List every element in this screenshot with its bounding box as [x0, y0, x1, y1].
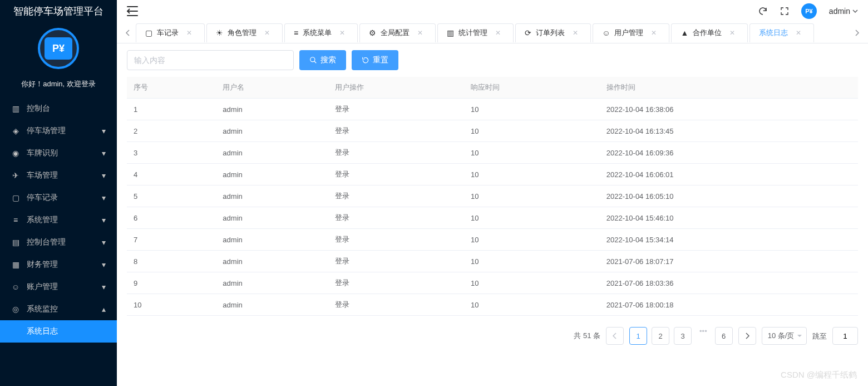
table-cell: admin [216, 142, 328, 164]
close-icon[interactable]: ✕ [417, 29, 423, 37]
sidebar-item-6[interactable]: ▤控制台管理▾ [0, 231, 117, 253]
close-icon[interactable]: ✕ [573, 29, 578, 37]
table-cell: 10 [464, 120, 600, 142]
reset-button[interactable]: 重置 [352, 50, 398, 70]
sidebar-item-8[interactable]: ☺账户管理▾ [0, 276, 117, 298]
tab-icon: ⚙ [369, 28, 376, 37]
tab-label: 全局配置 [381, 28, 410, 38]
pagination-ellipsis[interactable]: ••• [696, 327, 711, 345]
tab-label: 合作单位 [693, 28, 722, 38]
chevron-down-icon: ▾ [102, 216, 106, 224]
menu-item-label: 停车记录 [27, 193, 58, 203]
table-cell: admin [216, 99, 328, 120]
table-cell: admin [216, 120, 328, 142]
table-row[interactable]: 3admin登录102022-10-04 16:09:36 [127, 142, 858, 164]
table-cell: 3 [127, 142, 216, 164]
table-cell: 2021-07-06 18:03:36 [600, 272, 858, 294]
search-input[interactable] [127, 50, 294, 70]
sidebar-item-7[interactable]: ▦财务管理▾ [0, 253, 117, 276]
menu-icon: ◎ [11, 305, 20, 314]
table-cell: 2022-10-04 16:38:06 [600, 99, 858, 120]
fullscreen-icon[interactable] [780, 7, 789, 16]
pagination-jump-input[interactable] [832, 327, 858, 345]
table-row[interactable]: 2admin登录102022-10-04 16:13:45 [127, 120, 858, 142]
tab-6[interactable]: ☺用户管理✕ [593, 23, 669, 42]
pagination-size-select[interactable]: 10 条/页 [762, 327, 807, 345]
sidebar-item-2[interactable]: ◉车牌识别▾ [0, 142, 117, 164]
tab-2[interactable]: ≡系统菜单✕ [284, 23, 358, 42]
tab-7[interactable]: ▲合作单位✕ [671, 23, 748, 42]
tab-1[interactable]: ☀角色管理✕ [206, 23, 283, 42]
pagination-page-2[interactable]: 2 [652, 327, 669, 345]
sidebar-item-3[interactable]: ✈车场管理▾ [0, 164, 117, 187]
reset-button-label: 重置 [373, 55, 388, 65]
chevron-down-icon: ▾ [102, 282, 106, 291]
close-icon[interactable]: ✕ [339, 29, 345, 37]
tabs-scroll-right[interactable] [851, 23, 862, 42]
sidebar-item-9[interactable]: ◎系统监控▴ [0, 298, 117, 320]
table-header-cell: 用户名 [216, 77, 328, 99]
tab-label: 统计管理 [458, 28, 487, 38]
menu-icon: ✈ [11, 171, 20, 180]
sidebar-item-0[interactable]: ▥控制台 [0, 97, 117, 120]
tab-label: 订单列表 [536, 28, 565, 38]
tabs-scroll-left[interactable] [122, 23, 134, 42]
table-cell: 登录 [328, 120, 464, 142]
table-row[interactable]: 4admin登录102022-10-04 16:06:01 [127, 164, 858, 185]
tab-5[interactable]: ⟳订单列表✕ [515, 23, 591, 42]
tab-label: 角色管理 [228, 28, 257, 38]
table-row[interactable]: 8admin登录102021-07-06 18:07:17 [127, 251, 858, 272]
chevron-down-icon: ▾ [102, 238, 106, 247]
tab-0[interactable]: ▢车记录✕ [136, 23, 205, 42]
table-header-cell: 序号 [127, 77, 216, 99]
table-row[interactable]: 7admin登录102022-10-04 15:34:14 [127, 229, 858, 251]
pagination-prev[interactable] [606, 327, 624, 345]
refresh-icon[interactable] [758, 6, 768, 16]
hamburger-icon[interactable] [127, 6, 138, 16]
pagination-total: 共 51 条 [574, 331, 600, 341]
table-cell: 2 [127, 120, 216, 142]
table-row[interactable]: 9admin登录102021-07-06 18:03:36 [127, 272, 858, 294]
search-icon [309, 56, 317, 64]
close-icon[interactable]: ✕ [264, 29, 270, 37]
tab-label: 系统日志 [759, 28, 788, 38]
close-icon[interactable]: ✕ [796, 29, 801, 37]
table-row[interactable]: 1admin登录102022-10-04 16:38:06 [127, 99, 858, 120]
search-button[interactable]: 搜索 [299, 50, 346, 70]
username-label: admin [829, 7, 850, 16]
tab-8[interactable]: 系统日志✕ [749, 23, 814, 42]
tab-icon: ☺ [602, 28, 610, 37]
pagination-page-1[interactable]: 1 [629, 327, 647, 345]
table-cell: 登录 [328, 164, 464, 185]
sidebar-menu: ▥控制台◈停车场管理▾◉车牌识别▾✈车场管理▾▢停车记录▾≡系统管理▾▤控制台管… [0, 97, 117, 343]
tab-4[interactable]: ▥统计管理✕ [437, 23, 514, 42]
menu-icon: ≡ [11, 216, 20, 224]
sidebar-item-1[interactable]: ◈停车场管理▾ [0, 120, 117, 142]
close-icon[interactable]: ✕ [495, 29, 501, 37]
tab-label: 车记录 [157, 28, 179, 38]
sidebar-item-5[interactable]: ≡系统管理▾ [0, 209, 117, 231]
user-dropdown[interactable]: admin [829, 7, 858, 16]
table-row[interactable]: 6admin登录102022-10-04 15:46:10 [127, 207, 858, 229]
sidebar-item-4[interactable]: ▢停车记录▾ [0, 187, 117, 209]
sidebar-submenu-active[interactable]: 系统日志 [0, 320, 117, 343]
pagination-page-6[interactable]: 6 [715, 327, 733, 345]
chevron-up-icon: ▴ [102, 305, 106, 314]
table-cell: admin [216, 251, 328, 272]
close-icon[interactable]: ✕ [729, 29, 735, 37]
menu-item-label: 停车场管理 [27, 126, 66, 136]
table-row[interactable]: 5admin登录102022-10-04 16:05:10 [127, 185, 858, 207]
table-cell: 10 [127, 294, 216, 316]
table-cell: 登录 [328, 229, 464, 251]
close-icon[interactable]: ✕ [651, 29, 657, 37]
close-icon[interactable]: ✕ [186, 29, 192, 37]
table-row[interactable]: 10admin登录102021-07-06 18:00:18 [127, 294, 858, 316]
tab-3[interactable]: ⚙全局配置✕ [359, 23, 436, 42]
svg-point-0 [310, 57, 315, 62]
table-header-row: 序号用户名用户操作响应时间操作时间 [127, 77, 858, 99]
menu-item-label: 控制台管理 [27, 237, 66, 247]
pagination-next[interactable] [738, 327, 756, 345]
pagination-page-3[interactable]: 3 [674, 327, 692, 345]
chevron-down-icon: ▾ [102, 171, 106, 180]
avatar[interactable]: P¥ [801, 3, 817, 19]
